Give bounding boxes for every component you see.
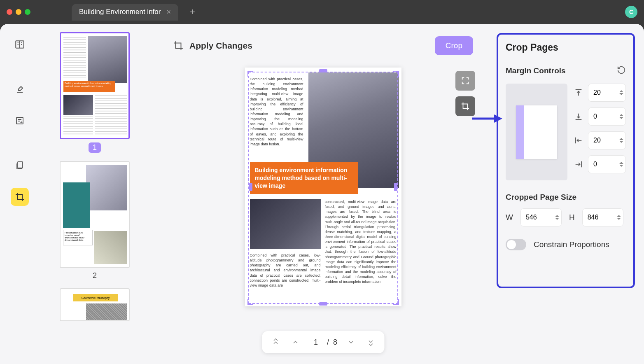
- thumb-box: [63, 182, 90, 228]
- spinner-up[interactable]: [555, 215, 559, 217]
- annotation-arrow-icon: [471, 112, 504, 125]
- next-page-button[interactable]: [345, 336, 357, 348]
- thumb-image: [86, 303, 127, 320]
- margin-preview-page: [516, 105, 557, 159]
- copy-tool[interactable]: [11, 156, 29, 175]
- first-page-button[interactable]: [269, 336, 282, 348]
- crop-corner-tl[interactable]: [247, 71, 253, 77]
- avatar-letter: C: [629, 9, 633, 15]
- margin-inputs: [573, 84, 626, 180]
- crop-icon: [173, 40, 184, 51]
- crop-corner-tr[interactable]: [393, 71, 399, 77]
- margin-controls-section: Margin Controls: [506, 65, 626, 180]
- spinner-up[interactable]: [619, 138, 623, 140]
- main-area: Building environment information modelin…: [0, 24, 644, 364]
- margin-left-icon: [573, 135, 584, 146]
- crop-selection-box[interactable]: [248, 72, 398, 304]
- spinner-down[interactable]: [555, 218, 559, 220]
- thumb-page-number: 1: [89, 142, 101, 153]
- margin-right-icon: [573, 159, 584, 170]
- crop-handle-right[interactable]: [394, 183, 397, 191]
- fit-screen-button[interactable]: [455, 71, 475, 91]
- panel-title: Crop Pages: [506, 42, 626, 53]
- close-window-icon[interactable]: [7, 9, 12, 15]
- crop-handle-left[interactable]: [249, 183, 252, 191]
- maximize-window-icon[interactable]: [25, 9, 30, 15]
- thumb-text: [63, 117, 93, 136]
- close-tab-icon[interactable]: ×: [166, 8, 171, 16]
- canvas-title: Apply Changes: [189, 41, 252, 51]
- svg-rect-1: [16, 117, 23, 124]
- margin-controls-title: Margin Controls: [506, 66, 566, 75]
- canvas-side-tools: [455, 71, 475, 116]
- reset-margins-button[interactable]: [617, 65, 626, 76]
- thumb-text: [63, 37, 86, 79]
- canvas-header: Apply Changes Crop: [159, 24, 488, 55]
- new-tab-button[interactable]: +: [190, 7, 195, 17]
- spinner-up[interactable]: [619, 114, 623, 116]
- crop-corner-br[interactable]: [393, 299, 399, 305]
- left-toolbar: [0, 24, 39, 364]
- crop-handle-bottom[interactable]: [319, 302, 327, 306]
- margin-preview: [506, 84, 567, 180]
- page-thumbnail-2[interactable]: Preservation and inheritance of architec…: [47, 161, 142, 280]
- last-page-button[interactable]: [364, 336, 377, 348]
- page-indicator: 1 / 8: [309, 336, 337, 348]
- current-page[interactable]: 1: [309, 336, 323, 348]
- width-label: W: [506, 213, 513, 222]
- reader-tool[interactable]: [11, 35, 29, 54]
- thumb-banner: Preservation and inheritance of architec…: [63, 230, 93, 245]
- cropped-size-title: Cropped Page Size: [506, 193, 626, 202]
- canvas-body: Combined with practical cases, the build…: [159, 55, 488, 364]
- right-panel: Crop Pages Margin Controls: [488, 24, 644, 364]
- svg-rect-2: [18, 162, 23, 168]
- total-pages: 8: [333, 338, 337, 347]
- crop-corner-bl[interactable]: [247, 299, 253, 305]
- thumb-image: [94, 231, 127, 264]
- prev-page-button[interactable]: [289, 336, 301, 348]
- spinner-down[interactable]: [619, 93, 623, 95]
- cropped-size-section: Cropped Page Size W H Constrain Prop: [506, 193, 626, 250]
- thumb-image: [86, 165, 127, 210]
- thumb-image: [63, 95, 93, 115]
- crop-button[interactable]: Crop: [435, 36, 473, 55]
- thumb-text: [95, 95, 127, 136]
- margin-bottom-icon: [573, 111, 584, 122]
- spinner-up[interactable]: [619, 90, 623, 92]
- thumb-image: [88, 36, 127, 83]
- thumb-page-number: 2: [93, 271, 97, 280]
- page-wrap: Combined with practical cases, the build…: [245, 68, 401, 306]
- spinner-down[interactable]: [619, 141, 623, 143]
- highlighter-tool[interactable]: [11, 80, 29, 98]
- tab-title: Building Environment infor: [79, 8, 161, 16]
- user-avatar[interactable]: C: [625, 6, 637, 18]
- spinner-down[interactable]: [619, 117, 623, 119]
- edit-tool[interactable]: [11, 112, 29, 130]
- page-sep: /: [327, 338, 329, 347]
- crop-pages-panel: Crop Pages Margin Controls: [497, 33, 635, 288]
- crop-tool[interactable]: [11, 188, 29, 206]
- page-thumbnail-3[interactable]: Geometric Philosophy: [47, 288, 142, 321]
- spinner-down[interactable]: [617, 218, 621, 220]
- constrain-proportions-toggle[interactable]: [506, 239, 526, 250]
- crop-handle-top[interactable]: [319, 69, 327, 72]
- thumb-banner: Building environment information modelin…: [63, 81, 115, 92]
- height-label: H: [569, 213, 575, 222]
- minimize-window-icon[interactable]: [16, 9, 21, 15]
- margin-top-icon: [573, 87, 584, 98]
- spinner-up[interactable]: [617, 215, 621, 217]
- spinner-up[interactable]: [619, 162, 623, 164]
- constrain-label: Constrain Proportions: [534, 240, 609, 249]
- thumbnail-panel[interactable]: Building environment information modelin…: [39, 24, 159, 364]
- toolbar-divider: [14, 143, 26, 143]
- titlebar: Building Environment infor × + C: [0, 0, 644, 24]
- window-controls: [7, 9, 30, 15]
- thumb-banner: Geometric Philosophy: [73, 294, 118, 301]
- toolbar-divider: [14, 67, 26, 67]
- spinner-down[interactable]: [619, 165, 623, 167]
- page-thumbnail-1[interactable]: Building environment information modelin…: [47, 32, 142, 153]
- canvas-area: Apply Changes Crop Combined with practic…: [159, 24, 488, 364]
- document-tab[interactable]: Building Environment infor ×: [72, 4, 178, 21]
- page-navigator: 1 / 8: [262, 331, 384, 353]
